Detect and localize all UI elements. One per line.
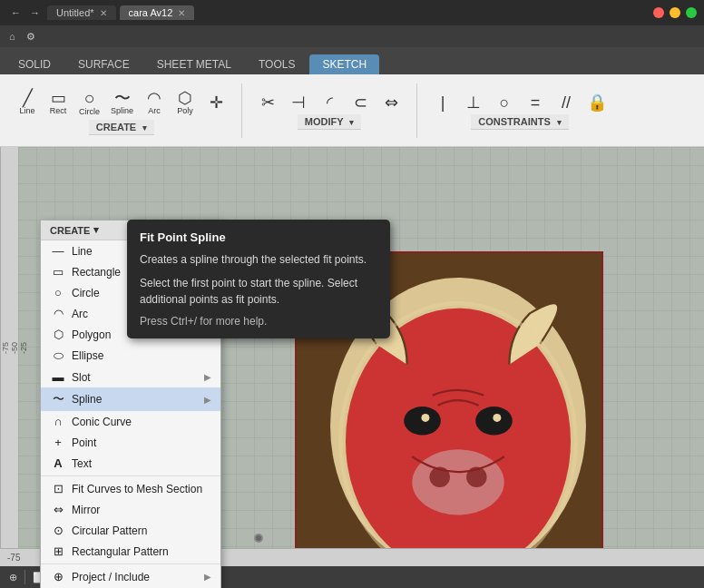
create-arrow-icon: ▾: [142, 123, 147, 132]
top-toolbar: ⌂ ⚙: [0, 25, 704, 47]
lock-icon: 🔒: [587, 94, 607, 111]
tooltip-hint: Press Ctrl+/ for more help.: [140, 315, 377, 328]
modify-group: ✂ ⊣ ◜ ⊂ ⇔ MODIFY ▾: [248, 87, 411, 133]
ribbon-line-btn[interactable]: ╱ Line: [13, 86, 42, 119]
svg-point-6: [493, 414, 501, 422]
slot-arrow-icon: ▶: [204, 372, 211, 382]
text-item-icon: A: [50, 456, 66, 470]
constraints-arrow-icon: ▾: [557, 118, 562, 127]
dropdown-ellipse[interactable]: ⬭ Ellipse: [41, 345, 220, 367]
window-min-button[interactable]: [670, 7, 680, 18]
move-icon: ✛: [210, 94, 223, 111]
dropdown-conic-label: Conic Curve: [72, 416, 132, 428]
status-move-icon[interactable]: ⊕: [9, 572, 17, 583]
dropdown-conic[interactable]: ∩ Conic Curve: [41, 411, 220, 432]
window-max-button[interactable]: [686, 7, 697, 18]
ribbon-circle-btn[interactable]: ○ Circle: [74, 85, 104, 120]
ribbon-offset-btn[interactable]: ⊂: [346, 91, 375, 114]
tab-surface[interactable]: SURFACE: [65, 54, 142, 74]
spline-arrow-icon: ▶: [204, 395, 211, 405]
dropdown-mirror[interactable]: ⇔ Mirror: [41, 499, 220, 520]
offset-icon: ⊂: [354, 94, 367, 111]
fit-curves-item-icon: ⊡: [50, 482, 66, 495]
spline-item-icon: 〜: [50, 391, 66, 407]
dropdown-fit-curves[interactable]: ⊡ Fit Curves to Mesh Section: [41, 478, 220, 499]
dropdown-rectangular-pattern-label: Rectangular Pattern: [72, 545, 169, 558]
constraints-label: CONSTRAINTS: [478, 116, 550, 127]
dropdown-circular-pattern[interactable]: ⊙ Circular Pattern: [41, 520, 220, 541]
dropdown-text[interactable]: A Text: [41, 453, 220, 474]
undo-button[interactable]: ←: [7, 5, 24, 20]
window-close-button[interactable]: [653, 7, 664, 18]
tab-cara[interactable]: cara Av12 ✕: [120, 5, 195, 20]
ribbon-mirror-btn[interactable]: ⇔: [376, 91, 406, 114]
dropdown-point[interactable]: + Point: [41, 432, 220, 453]
dropdown-polygon-label: Polygon: [72, 328, 111, 341]
dropdown-slot[interactable]: ▬ Slot ▶: [41, 367, 220, 387]
home-button[interactable]: ⌂: [5, 29, 19, 44]
dropdown-text-label: Text: [72, 457, 92, 470]
redo-button[interactable]: →: [26, 5, 44, 20]
dropdown-header-arrow: ▾: [93, 224, 99, 236]
ribbon-trim-btn[interactable]: ✂: [253, 91, 282, 114]
ribbon-lock-btn[interactable]: 🔒: [582, 91, 611, 114]
ribbon-line-label: Line: [19, 106, 34, 115]
circle-icon: ○: [83, 89, 94, 107]
dropdown-project-include[interactable]: ⊕ Project / Include ▶: [41, 566, 220, 587]
dropdown-header-label: CREATE: [50, 225, 90, 236]
project-include-item-icon: ⊕: [50, 570, 66, 583]
conic-item-icon: ∩: [50, 415, 66, 428]
extend-icon: ⊣: [291, 94, 306, 111]
dropdown-rectangular-pattern[interactable]: ⊞ Rectangular Pattern: [41, 541, 220, 562]
ribbon-perpendicular-btn[interactable]: ⊥: [459, 91, 488, 114]
dropdown-spline-label: Spline: [72, 393, 102, 406]
dropdown-spline[interactable]: 〜 Spline ▶: [41, 387, 220, 411]
polygon-item-icon: ⬡: [50, 328, 66, 341]
fillet-icon: ◜: [327, 94, 333, 111]
ribbon-parallel-btn[interactable]: //: [552, 91, 581, 114]
ribbon-fix-btn[interactable]: |: [428, 91, 457, 114]
ribbon-spline-btn[interactable]: 〜 Spline: [106, 86, 138, 119]
point-item-icon: +: [50, 436, 66, 449]
project-arrow-icon: ▶: [204, 572, 211, 582]
tab-cara-label: cara Av12: [129, 7, 173, 18]
tab-sheet-metal[interactable]: SHEET METAL: [144, 54, 244, 74]
settings-button[interactable]: ⚙: [23, 29, 39, 44]
ruler-left-mark-2: -50: [10, 342, 19, 354]
dropdown-arc-label: Arc: [72, 308, 88, 320]
dropdown-circle-label: Circle: [72, 287, 100, 299]
ribbon-circle2-btn[interactable]: ○: [490, 91, 519, 114]
close-icon-2[interactable]: ✕: [178, 8, 185, 18]
tooltip-step: Select the first point to start the spli…: [140, 275, 377, 308]
tab-tools[interactable]: TOOLS: [246, 54, 308, 74]
ribbon-polygon-btn[interactable]: ⬡ Poly: [171, 86, 200, 119]
tab-sketch[interactable]: SKETCH: [309, 54, 379, 74]
ruler-left-mark-3: -25: [19, 342, 28, 354]
svg-point-4: [475, 407, 513, 436]
ellipse-item-icon: ⬭: [50, 348, 66, 363]
create-group: ╱ Line ▭ Rect ○ Circle 〜 Spline ◠ Arc: [7, 82, 236, 139]
perpendicular-icon: ⊥: [466, 94, 481, 111]
rect-item-icon: ▭: [50, 265, 66, 279]
slot-item-icon: ▬: [50, 370, 66, 384]
ribbon: ╱ Line ▭ Rect ○ Circle 〜 Spline ◠ Arc: [0, 74, 704, 147]
tab-solid[interactable]: SOLID: [5, 54, 64, 74]
modify-group-header[interactable]: MODIFY ▾: [298, 114, 362, 130]
ribbon-arc-btn[interactable]: ◠ Arc: [140, 86, 169, 119]
ribbon-fillet-btn[interactable]: ◜: [315, 91, 344, 114]
title-bar: ← → Untitled* ✕ cara Av12 ✕: [0, 0, 704, 25]
parallel-icon: //: [562, 94, 571, 111]
ribbon-extend-btn[interactable]: ⊣: [284, 91, 313, 114]
constraints-group-header[interactable]: CONSTRAINTS ▾: [471, 114, 569, 130]
create-group-header[interactable]: CREATE ▾: [89, 120, 154, 135]
ribbon-spline-label: Spline: [111, 106, 133, 115]
ribbon-sep-2: [416, 83, 417, 138]
ribbon-rect-btn[interactable]: ▭ Rect: [44, 86, 73, 119]
dropdown-point-label: Point: [72, 436, 96, 449]
dropdown-ellipse-label: Ellipse: [72, 349, 103, 362]
close-icon[interactable]: ✕: [100, 8, 107, 18]
svg-point-7: [412, 449, 504, 514]
ribbon-move-btn[interactable]: ✛: [201, 91, 230, 114]
tab-untitled[interactable]: Untitled* ✕: [47, 5, 116, 20]
ribbon-equal-btn[interactable]: =: [521, 91, 550, 114]
